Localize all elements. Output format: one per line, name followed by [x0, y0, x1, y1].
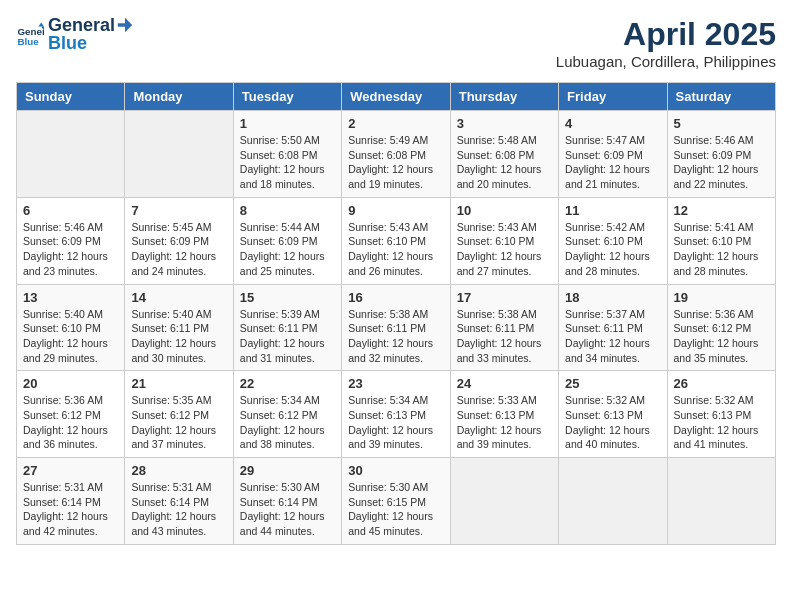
cell-content: Sunrise: 5:31 AMSunset: 6:14 PMDaylight:…: [131, 480, 226, 539]
calendar-week-4: 20Sunrise: 5:36 AMSunset: 6:12 PMDayligh…: [17, 371, 776, 458]
cell-content: Sunrise: 5:50 AMSunset: 6:08 PMDaylight:…: [240, 133, 335, 192]
day-number: 8: [240, 203, 335, 218]
calendar-cell: 9Sunrise: 5:43 AMSunset: 6:10 PMDaylight…: [342, 197, 450, 284]
calendar-cell: [450, 458, 558, 545]
logo-blue-text: Blue: [48, 33, 87, 53]
day-number: 1: [240, 116, 335, 131]
calendar-week-1: 1Sunrise: 5:50 AMSunset: 6:08 PMDaylight…: [17, 111, 776, 198]
cell-content: Sunrise: 5:40 AMSunset: 6:11 PMDaylight:…: [131, 307, 226, 366]
day-number: 21: [131, 376, 226, 391]
calendar-cell: [667, 458, 775, 545]
calendar-cell: 8Sunrise: 5:44 AMSunset: 6:09 PMDaylight…: [233, 197, 341, 284]
calendar-header: SundayMondayTuesdayWednesdayThursdayFrid…: [17, 83, 776, 111]
calendar: SundayMondayTuesdayWednesdayThursdayFrid…: [16, 82, 776, 545]
calendar-cell: 20Sunrise: 5:36 AMSunset: 6:12 PMDayligh…: [17, 371, 125, 458]
calendar-cell: 15Sunrise: 5:39 AMSunset: 6:11 PMDayligh…: [233, 284, 341, 371]
day-number: 11: [565, 203, 660, 218]
days-row: SundayMondayTuesdayWednesdayThursdayFrid…: [17, 83, 776, 111]
calendar-cell: 30Sunrise: 5:30 AMSunset: 6:15 PMDayligh…: [342, 458, 450, 545]
day-number: 22: [240, 376, 335, 391]
cell-content: Sunrise: 5:43 AMSunset: 6:10 PMDaylight:…: [457, 220, 552, 279]
calendar-cell: 23Sunrise: 5:34 AMSunset: 6:13 PMDayligh…: [342, 371, 450, 458]
day-number: 28: [131, 463, 226, 478]
calendar-cell: 11Sunrise: 5:42 AMSunset: 6:10 PMDayligh…: [559, 197, 667, 284]
cell-content: Sunrise: 5:48 AMSunset: 6:08 PMDaylight:…: [457, 133, 552, 192]
calendar-cell: 24Sunrise: 5:33 AMSunset: 6:13 PMDayligh…: [450, 371, 558, 458]
day-number: 24: [457, 376, 552, 391]
cell-content: Sunrise: 5:38 AMSunset: 6:11 PMDaylight:…: [457, 307, 552, 366]
cell-content: Sunrise: 5:37 AMSunset: 6:11 PMDaylight:…: [565, 307, 660, 366]
calendar-cell: 6Sunrise: 5:46 AMSunset: 6:09 PMDaylight…: [17, 197, 125, 284]
cell-content: Sunrise: 5:30 AMSunset: 6:14 PMDaylight:…: [240, 480, 335, 539]
cell-content: Sunrise: 5:41 AMSunset: 6:10 PMDaylight:…: [674, 220, 769, 279]
day-number: 12: [674, 203, 769, 218]
calendar-cell: 10Sunrise: 5:43 AMSunset: 6:10 PMDayligh…: [450, 197, 558, 284]
cell-content: Sunrise: 5:44 AMSunset: 6:09 PMDaylight:…: [240, 220, 335, 279]
day-number: 17: [457, 290, 552, 305]
calendar-week-5: 27Sunrise: 5:31 AMSunset: 6:14 PMDayligh…: [17, 458, 776, 545]
day-number: 9: [348, 203, 443, 218]
day-header-thursday: Thursday: [450, 83, 558, 111]
calendar-week-3: 13Sunrise: 5:40 AMSunset: 6:10 PMDayligh…: [17, 284, 776, 371]
calendar-cell: 5Sunrise: 5:46 AMSunset: 6:09 PMDaylight…: [667, 111, 775, 198]
day-number: 6: [23, 203, 118, 218]
cell-content: Sunrise: 5:35 AMSunset: 6:12 PMDaylight:…: [131, 393, 226, 452]
cell-content: Sunrise: 5:34 AMSunset: 6:13 PMDaylight:…: [348, 393, 443, 452]
day-number: 4: [565, 116, 660, 131]
day-number: 5: [674, 116, 769, 131]
cell-content: Sunrise: 5:39 AMSunset: 6:11 PMDaylight:…: [240, 307, 335, 366]
svg-marker-2: [38, 22, 44, 26]
day-number: 13: [23, 290, 118, 305]
day-number: 14: [131, 290, 226, 305]
page-title: April 2025: [556, 16, 776, 53]
cell-content: Sunrise: 5:45 AMSunset: 6:09 PMDaylight:…: [131, 220, 226, 279]
day-number: 23: [348, 376, 443, 391]
cell-content: Sunrise: 5:46 AMSunset: 6:09 PMDaylight:…: [674, 133, 769, 192]
calendar-cell: 3Sunrise: 5:48 AMSunset: 6:08 PMDaylight…: [450, 111, 558, 198]
calendar-cell: 19Sunrise: 5:36 AMSunset: 6:12 PMDayligh…: [667, 284, 775, 371]
calendar-cell: 22Sunrise: 5:34 AMSunset: 6:12 PMDayligh…: [233, 371, 341, 458]
logo-arrow-icon: [116, 16, 134, 34]
cell-content: Sunrise: 5:38 AMSunset: 6:11 PMDaylight:…: [348, 307, 443, 366]
cell-content: Sunrise: 5:46 AMSunset: 6:09 PMDaylight:…: [23, 220, 118, 279]
svg-marker-4: [118, 18, 132, 32]
calendar-cell: 7Sunrise: 5:45 AMSunset: 6:09 PMDaylight…: [125, 197, 233, 284]
calendar-cell: 18Sunrise: 5:37 AMSunset: 6:11 PMDayligh…: [559, 284, 667, 371]
cell-content: Sunrise: 5:30 AMSunset: 6:15 PMDaylight:…: [348, 480, 443, 539]
title-area: April 2025 Lubuagan, Cordillera, Philipp…: [556, 16, 776, 70]
day-number: 16: [348, 290, 443, 305]
calendar-cell: [559, 458, 667, 545]
day-number: 26: [674, 376, 769, 391]
calendar-cell: 21Sunrise: 5:35 AMSunset: 6:12 PMDayligh…: [125, 371, 233, 458]
cell-content: Sunrise: 5:32 AMSunset: 6:13 PMDaylight:…: [565, 393, 660, 452]
day-number: 19: [674, 290, 769, 305]
day-number: 10: [457, 203, 552, 218]
day-number: 18: [565, 290, 660, 305]
cell-content: Sunrise: 5:40 AMSunset: 6:10 PMDaylight:…: [23, 307, 118, 366]
cell-content: Sunrise: 5:34 AMSunset: 6:12 PMDaylight:…: [240, 393, 335, 452]
logo-general-text: General: [48, 16, 115, 34]
day-header-sunday: Sunday: [17, 83, 125, 111]
calendar-cell: [17, 111, 125, 198]
cell-content: Sunrise: 5:31 AMSunset: 6:14 PMDaylight:…: [23, 480, 118, 539]
day-number: 30: [348, 463, 443, 478]
svg-text:Blue: Blue: [17, 35, 39, 46]
day-header-saturday: Saturday: [667, 83, 775, 111]
day-number: 25: [565, 376, 660, 391]
header: General Blue General Blue April 2025 Lub…: [16, 16, 776, 70]
page-subtitle: Lubuagan, Cordillera, Philippines: [556, 53, 776, 70]
cell-content: Sunrise: 5:49 AMSunset: 6:08 PMDaylight:…: [348, 133, 443, 192]
calendar-cell: 1Sunrise: 5:50 AMSunset: 6:08 PMDaylight…: [233, 111, 341, 198]
day-header-monday: Monday: [125, 83, 233, 111]
day-number: 3: [457, 116, 552, 131]
calendar-cell: 16Sunrise: 5:38 AMSunset: 6:11 PMDayligh…: [342, 284, 450, 371]
day-number: 7: [131, 203, 226, 218]
calendar-cell: 29Sunrise: 5:30 AMSunset: 6:14 PMDayligh…: [233, 458, 341, 545]
day-header-wednesday: Wednesday: [342, 83, 450, 111]
calendar-cell: 28Sunrise: 5:31 AMSunset: 6:14 PMDayligh…: [125, 458, 233, 545]
day-number: 2: [348, 116, 443, 131]
logo: General Blue General Blue: [16, 16, 135, 53]
day-number: 15: [240, 290, 335, 305]
calendar-body: 1Sunrise: 5:50 AMSunset: 6:08 PMDaylight…: [17, 111, 776, 545]
cell-content: Sunrise: 5:32 AMSunset: 6:13 PMDaylight:…: [674, 393, 769, 452]
